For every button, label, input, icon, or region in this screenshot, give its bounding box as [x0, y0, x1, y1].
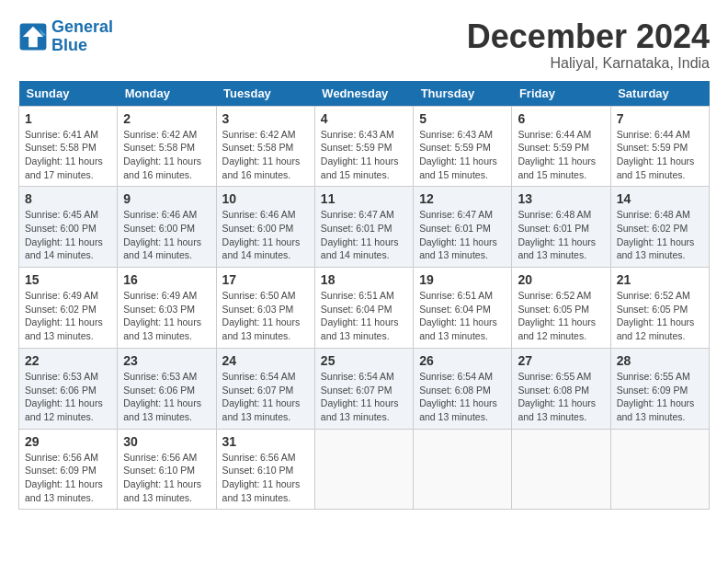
calendar-cell: 6Sunrise: 6:44 AM Sunset: 5:59 PM Daylig… [512, 106, 610, 187]
day-info: Sunrise: 6:53 AM Sunset: 6:06 PM Dayligh… [123, 370, 210, 424]
calendar-cell [414, 429, 512, 510]
day-info: Sunrise: 6:44 AM Sunset: 5:59 PM Dayligh… [518, 128, 604, 182]
calendar-cell: 21Sunrise: 6:52 AM Sunset: 6:05 PM Dayli… [610, 268, 709, 349]
day-info: Sunrise: 6:46 AM Sunset: 6:00 PM Dayligh… [222, 208, 309, 262]
day-info: Sunrise: 6:56 AM Sunset: 6:09 PM Dayligh… [25, 451, 111, 505]
calendar-cell: 9Sunrise: 6:46 AM Sunset: 6:00 PM Daylig… [118, 187, 216, 268]
calendar-table: SundayMondayTuesdayWednesdayThursdayFrid… [18, 81, 710, 511]
day-info: Sunrise: 6:47 AM Sunset: 6:01 PM Dayligh… [321, 208, 407, 262]
weekday-header-sunday: Sunday [19, 81, 118, 107]
weekday-header-friday: Friday [512, 81, 610, 107]
day-number: 9 [123, 191, 210, 206]
calendar-cell: 16Sunrise: 6:49 AM Sunset: 6:03 PM Dayli… [118, 268, 216, 349]
calendar-cell: 26Sunrise: 6:54 AM Sunset: 6:08 PM Dayli… [414, 348, 512, 429]
calendar-cell: 27Sunrise: 6:55 AM Sunset: 6:08 PM Dayli… [512, 348, 610, 429]
calendar-cell: 4Sunrise: 6:43 AM Sunset: 5:59 PM Daylig… [314, 106, 413, 187]
day-info: Sunrise: 6:49 AM Sunset: 6:03 PM Dayligh… [123, 289, 210, 343]
day-number: 19 [419, 272, 506, 287]
week-row-4: 22Sunrise: 6:53 AM Sunset: 6:06 PM Dayli… [19, 348, 710, 429]
calendar-cell: 5Sunrise: 6:43 AM Sunset: 5:59 PM Daylig… [414, 106, 512, 187]
weekday-header-thursday: Thursday [414, 81, 512, 107]
day-info: Sunrise: 6:49 AM Sunset: 6:02 PM Dayligh… [25, 289, 111, 343]
calendar-cell: 8Sunrise: 6:45 AM Sunset: 6:00 PM Daylig… [19, 187, 118, 268]
day-info: Sunrise: 6:53 AM Sunset: 6:06 PM Dayligh… [25, 370, 111, 424]
day-number: 20 [518, 272, 604, 287]
calendar-cell: 28Sunrise: 6:55 AM Sunset: 6:09 PM Dayli… [610, 348, 709, 429]
day-info: Sunrise: 6:54 AM Sunset: 6:07 PM Dayligh… [321, 370, 407, 424]
calendar-cell: 13Sunrise: 6:48 AM Sunset: 6:01 PM Dayli… [512, 187, 610, 268]
page-header: General Blue December 2024 Haliyal, Karn… [18, 18, 710, 72]
day-info: Sunrise: 6:52 AM Sunset: 6:05 PM Dayligh… [518, 289, 604, 343]
day-info: Sunrise: 6:54 AM Sunset: 6:08 PM Dayligh… [419, 370, 506, 424]
day-info: Sunrise: 6:46 AM Sunset: 6:00 PM Dayligh… [123, 208, 210, 262]
calendar-cell: 25Sunrise: 6:54 AM Sunset: 6:07 PM Dayli… [314, 348, 413, 429]
calendar-cell: 12Sunrise: 6:47 AM Sunset: 6:01 PM Dayli… [414, 187, 512, 268]
day-info: Sunrise: 6:56 AM Sunset: 6:10 PM Dayligh… [123, 451, 210, 505]
day-number: 26 [419, 353, 506, 368]
week-row-2: 8Sunrise: 6:45 AM Sunset: 6:00 PM Daylig… [19, 187, 710, 268]
day-info: Sunrise: 6:47 AM Sunset: 6:01 PM Dayligh… [419, 208, 506, 262]
day-number: 5 [419, 111, 506, 126]
day-number: 16 [123, 272, 210, 287]
day-info: Sunrise: 6:43 AM Sunset: 5:59 PM Dayligh… [321, 128, 407, 182]
day-info: Sunrise: 6:43 AM Sunset: 5:59 PM Dayligh… [419, 128, 506, 182]
calendar-cell: 24Sunrise: 6:54 AM Sunset: 6:07 PM Dayli… [216, 348, 314, 429]
day-info: Sunrise: 6:50 AM Sunset: 6:03 PM Dayligh… [222, 289, 309, 343]
calendar-cell: 3Sunrise: 6:42 AM Sunset: 5:58 PM Daylig… [216, 106, 314, 187]
day-info: Sunrise: 6:42 AM Sunset: 5:58 PM Dayligh… [123, 128, 210, 182]
day-info: Sunrise: 6:51 AM Sunset: 6:04 PM Dayligh… [321, 289, 407, 343]
day-number: 7 [617, 111, 703, 126]
day-number: 15 [25, 272, 111, 287]
day-number: 10 [222, 191, 309, 206]
day-info: Sunrise: 6:44 AM Sunset: 5:59 PM Dayligh… [617, 128, 703, 182]
day-number: 8 [25, 191, 111, 206]
week-row-1: 1Sunrise: 6:41 AM Sunset: 5:58 PM Daylig… [19, 106, 710, 187]
calendar-cell: 10Sunrise: 6:46 AM Sunset: 6:00 PM Dayli… [216, 187, 314, 268]
day-number: 31 [222, 434, 309, 449]
calendar-cell [512, 429, 610, 510]
calendar-cell: 17Sunrise: 6:50 AM Sunset: 6:03 PM Dayli… [216, 268, 314, 349]
day-number: 1 [25, 111, 111, 126]
day-number: 17 [222, 272, 309, 287]
day-number: 13 [518, 191, 604, 206]
day-number: 6 [518, 111, 604, 126]
day-number: 18 [321, 272, 407, 287]
day-number: 24 [222, 353, 309, 368]
logo: General Blue [18, 18, 113, 55]
weekday-header-row: SundayMondayTuesdayWednesdayThursdayFrid… [19, 81, 710, 107]
day-number: 11 [321, 191, 407, 206]
logo-text: General Blue [51, 18, 113, 55]
logo-icon [18, 22, 48, 52]
day-number: 21 [617, 272, 703, 287]
calendar-cell: 22Sunrise: 6:53 AM Sunset: 6:06 PM Dayli… [19, 348, 118, 429]
week-row-3: 15Sunrise: 6:49 AM Sunset: 6:02 PM Dayli… [19, 268, 710, 349]
calendar-cell: 15Sunrise: 6:49 AM Sunset: 6:02 PM Dayli… [19, 268, 118, 349]
day-number: 14 [617, 191, 703, 206]
day-info: Sunrise: 6:48 AM Sunset: 6:02 PM Dayligh… [617, 208, 703, 262]
calendar-cell: 19Sunrise: 6:51 AM Sunset: 6:04 PM Dayli… [414, 268, 512, 349]
day-number: 12 [419, 191, 506, 206]
day-number: 23 [123, 353, 210, 368]
weekday-header-monday: Monday [118, 81, 216, 107]
weekday-header-wednesday: Wednesday [314, 81, 413, 107]
title-block: December 2024 Haliyal, Karnataka, India [467, 18, 710, 72]
calendar-cell: 1Sunrise: 6:41 AM Sunset: 5:58 PM Daylig… [19, 106, 118, 187]
calendar-cell: 23Sunrise: 6:53 AM Sunset: 6:06 PM Dayli… [118, 348, 216, 429]
calendar-cell [610, 429, 709, 510]
day-info: Sunrise: 6:42 AM Sunset: 5:58 PM Dayligh… [222, 128, 309, 182]
calendar-cell: 14Sunrise: 6:48 AM Sunset: 6:02 PM Dayli… [610, 187, 709, 268]
day-number: 30 [123, 434, 210, 449]
day-info: Sunrise: 6:55 AM Sunset: 6:09 PM Dayligh… [617, 370, 703, 424]
calendar-cell: 2Sunrise: 6:42 AM Sunset: 5:58 PM Daylig… [118, 106, 216, 187]
day-number: 3 [222, 111, 309, 126]
calendar-cell: 18Sunrise: 6:51 AM Sunset: 6:04 PM Dayli… [314, 268, 413, 349]
day-number: 29 [25, 434, 111, 449]
calendar-cell: 31Sunrise: 6:56 AM Sunset: 6:10 PM Dayli… [216, 429, 314, 510]
day-number: 28 [617, 353, 703, 368]
day-number: 25 [321, 353, 407, 368]
day-info: Sunrise: 6:56 AM Sunset: 6:10 PM Dayligh… [222, 451, 309, 505]
day-number: 2 [123, 111, 210, 126]
calendar-cell: 29Sunrise: 6:56 AM Sunset: 6:09 PM Dayli… [19, 429, 118, 510]
calendar-cell: 11Sunrise: 6:47 AM Sunset: 6:01 PM Dayli… [314, 187, 413, 268]
day-info: Sunrise: 6:48 AM Sunset: 6:01 PM Dayligh… [518, 208, 604, 262]
